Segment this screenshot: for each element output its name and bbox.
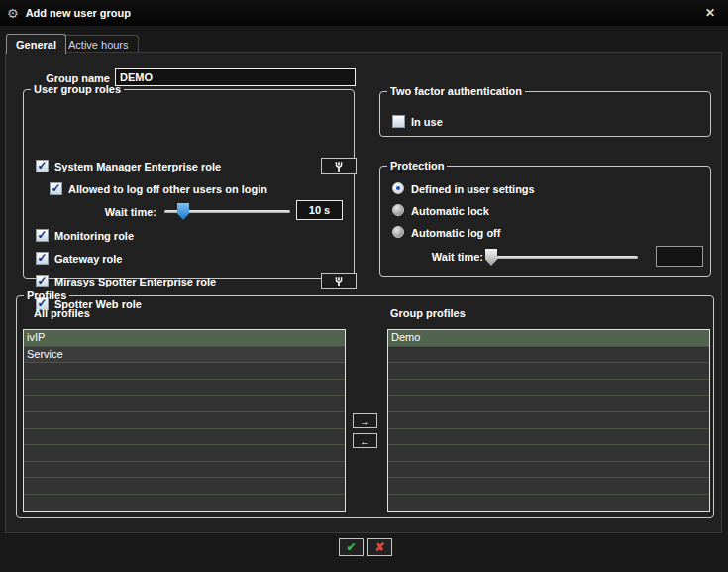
list-item [388, 347, 709, 364]
list-item [388, 445, 709, 462]
protection-title: Protection [387, 160, 447, 172]
list-item [388, 380, 709, 397]
check-icon: ✓ [37, 276, 47, 286]
list-item [24, 445, 345, 462]
automatic-lock-radio[interactable] [392, 204, 404, 216]
check-icon: ✓ [37, 161, 47, 171]
close-icon[interactable]: ✕ [701, 5, 719, 21]
spotter-enterprise-label: Mirasys Spotter Enterprise role [54, 276, 216, 288]
check-icon: ✓ [37, 253, 47, 263]
list-item [24, 429, 345, 446]
automatic-lock-label: Automatic lock [411, 205, 489, 218]
protection-wait-time-label: Wait time: [392, 251, 483, 264]
group-profiles-list[interactable]: Demo [387, 329, 710, 512]
move-to-group-button[interactable]: → [353, 413, 377, 428]
gear-icon: ⚙ [7, 7, 19, 20]
gateway-label: Gateway role [54, 253, 122, 266]
arrow-right-icon: → [360, 415, 370, 427]
in-use-checkbox[interactable] [392, 115, 405, 128]
allow-logoff-checkbox[interactable]: ✓ [50, 182, 62, 195]
system-manager-checkbox[interactable]: ✓ [36, 160, 49, 172]
ok-button[interactable]: ✔ [339, 538, 364, 556]
automatic-logoff-radio[interactable] [392, 226, 404, 238]
list-item [24, 396, 345, 412]
user-group-roles-group: User group roles [23, 83, 355, 279]
two-factor-group: Two factor authentication [379, 85, 711, 137]
list-item [24, 478, 345, 495]
list-item[interactable]: Service [24, 347, 345, 364]
tab-active-hours-label: Active hours [68, 39, 129, 51]
protection-wait-time-value [656, 246, 703, 267]
check-icon: ✓ [37, 230, 47, 240]
protection-wait-time-slider-track[interactable] [491, 256, 638, 259]
list-item [388, 412, 709, 429]
monitoring-label: Monitoring role [54, 230, 134, 243]
list-item [388, 462, 709, 479]
profiles-title: Profiles [24, 289, 69, 301]
roles-wait-time-label: Wait time: [38, 206, 156, 219]
list-item[interactable]: ivIP [24, 330, 345, 347]
automatic-logoff-label: Automatic log off [411, 227, 500, 240]
check-icon: ✓ [51, 183, 60, 193]
add-user-group-dialog: ⚙ Add new user group ✕ General Active ho… [0, 0, 728, 572]
roles-wait-time-value: 10 s [296, 200, 343, 220]
two-factor-title: Two factor authentication [387, 85, 525, 97]
list-item [388, 363, 709, 380]
list-item [24, 495, 345, 512]
list-item [24, 412, 345, 429]
list-item [24, 363, 345, 380]
system-manager-config-button[interactable] [321, 158, 357, 174]
spotter-enterprise-config-button[interactable] [321, 273, 357, 289]
wrench-icon [333, 161, 345, 172]
list-item[interactable]: Demo [388, 330, 709, 347]
list-item [388, 429, 709, 446]
wrench-icon [333, 276, 345, 287]
general-tab-page: Group name User group roles ✓ System Man… [5, 52, 722, 533]
monitoring-checkbox[interactable]: ✓ [36, 229, 49, 242]
list-item [388, 495, 709, 512]
title-bar[interactable]: ⚙ Add new user group [0, 0, 728, 26]
remove-from-group-button[interactable]: ← [353, 433, 377, 448]
list-item [388, 478, 709, 495]
all-profiles-list[interactable]: ivIP Service [23, 329, 346, 512]
in-use-label: In use [411, 116, 443, 129]
spotter-enterprise-checkbox[interactable]: ✓ [36, 275, 49, 287]
defined-in-user-settings-radio[interactable] [392, 182, 404, 194]
cancel-button[interactable]: ✘ [367, 538, 392, 556]
tab-active-hours[interactable]: Active hours [58, 35, 139, 53]
list-item [24, 462, 345, 479]
defined-in-user-settings-label: Defined in user settings [411, 183, 535, 196]
arrow-left-icon: ← [360, 435, 370, 447]
all-profiles-label: All profiles [34, 307, 90, 320]
system-manager-label: System Manager Enterprise role [54, 161, 221, 173]
group-profiles-label: Group profiles [390, 307, 466, 320]
list-item [388, 396, 709, 412]
window-title: Add new user group [26, 7, 131, 19]
user-group-roles-title: User group roles [31, 83, 124, 95]
checkmark-icon: ✔ [346, 540, 356, 554]
tab-general[interactable]: General [6, 34, 66, 54]
tab-general-label: General [16, 39, 56, 51]
cross-icon: ✘ [374, 540, 384, 554]
gateway-checkbox[interactable]: ✓ [36, 252, 49, 265]
list-item [24, 380, 345, 397]
allow-logoff-label: Allowed to log off other users on login [68, 183, 267, 196]
